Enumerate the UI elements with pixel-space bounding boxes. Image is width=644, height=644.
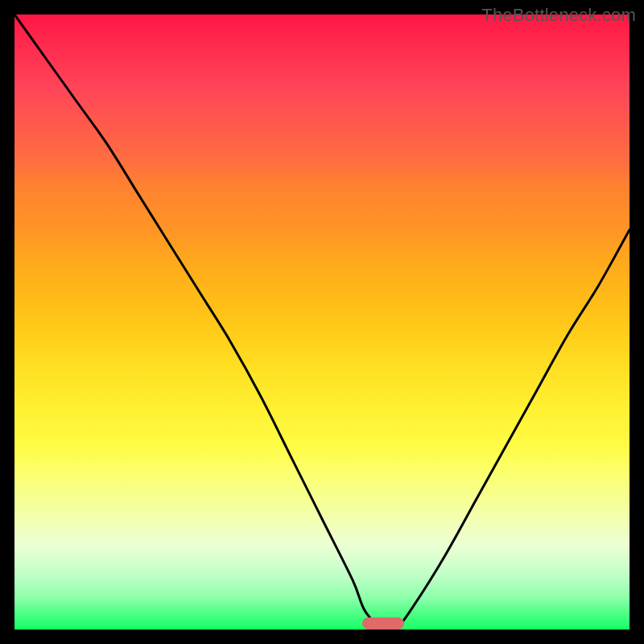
bottleneck-curve xyxy=(14,14,630,630)
optimal-marker xyxy=(362,617,404,630)
curve-path xyxy=(14,14,630,630)
